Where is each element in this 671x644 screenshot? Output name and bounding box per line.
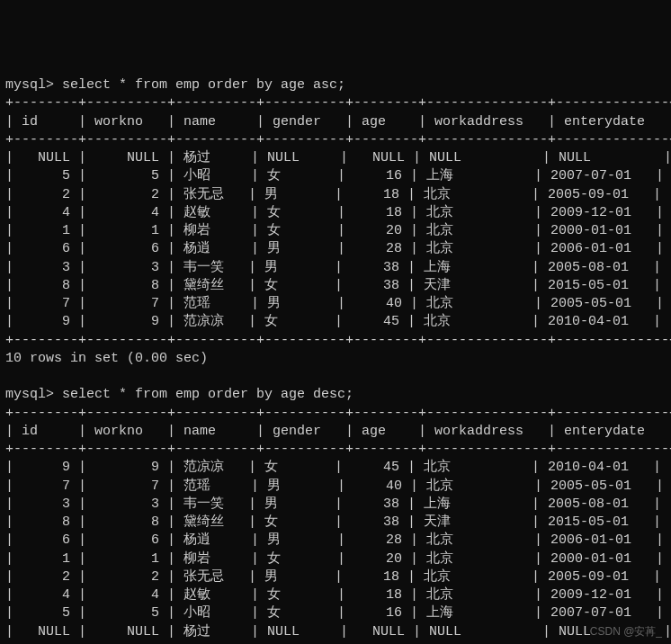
table-line: | 9 | 9 | 范凉凉 | 女 | 45 | 北京 | 2010-04-01… [5, 313, 666, 331]
table-line: | 4 | 4 | 赵敏 | 女 | 18 | 北京 | 2009-12-01 … [5, 586, 666, 604]
table-line: +--------+----------+----------+--------… [5, 441, 666, 459]
table-line: | 7 | 7 | 范瑶 | 男 | 40 | 北京 | 2005-05-01 … [5, 478, 666, 496]
table-line: | 7 | 7 | 范瑶 | 男 | 40 | 北京 | 2005-05-01 … [5, 295, 666, 313]
blank-line [5, 368, 666, 386]
table-line: +--------+----------+----------+--------… [5, 94, 666, 112]
table-line: | 1 | 1 | 柳岩 | 女 | 20 | 北京 | 2000-01-01 … [5, 550, 666, 568]
table-line: | 2 | 2 | 张无忌 | 男 | 18 | 北京 | 2005-09-01… [5, 186, 666, 204]
table-line: +--------+----------+----------+--------… [5, 131, 666, 149]
table-line: | 8 | 8 | 黛绮丝 | 女 | 38 | 天津 | 2015-05-01… [5, 514, 666, 532]
table-line: | 5 | 5 | 小昭 | 女 | 16 | 上海 | 2007-07-01 … [5, 604, 666, 622]
table-line: | 4 | 4 | 赵敏 | 女 | 18 | 北京 | 2009-12-01 … [5, 204, 666, 222]
table-line: +--------+----------+----------+--------… [5, 332, 666, 350]
table-line: | NULL | NULL | 杨过 | NULL | NULL | NULL … [5, 149, 666, 167]
table-line: | 9 | 9 | 范凉凉 | 女 | 45 | 北京 | 2010-04-01… [5, 459, 666, 477]
table-line: | NULL | NULL | 杨过 | NULL | NULL | NULL … [5, 623, 666, 641]
table-line: | 2 | 2 | 张无忌 | 男 | 18 | 北京 | 2005-09-01… [5, 568, 666, 586]
table-line: | 6 | 6 | 杨逍 | 男 | 28 | 北京 | 2006-01-01 … [5, 240, 666, 258]
sql-query-1: mysql> select * from emp order by age as… [5, 76, 666, 94]
table-line: | 5 | 5 | 小昭 | 女 | 16 | 上海 | 2007-07-01 … [5, 167, 666, 185]
table-line: | id | workno | name | gender | age | wo… [5, 423, 666, 441]
watermark: CSDN @安苒_ [590, 624, 662, 639]
terminal-output: mysql> select * from emp order by age as… [5, 76, 666, 644]
table-line: | 8 | 8 | 黛绮丝 | 女 | 38 | 天津 | 2015-05-01… [5, 277, 666, 295]
table-line: | id | workno | name | gender | age | wo… [5, 113, 666, 131]
table-line: +--------+----------+----------+--------… [5, 405, 666, 423]
table-line: | 3 | 3 | 韦一笑 | 男 | 38 | 上海 | 2005-08-01… [5, 496, 666, 514]
sql-query-2: mysql> select * from emp order by age de… [5, 386, 666, 404]
table-line: 10 rows in set (0.00 sec) [5, 350, 666, 368]
table-line: | 3 | 3 | 韦一笑 | 男 | 38 | 上海 | 2005-08-01… [5, 259, 666, 277]
table-line: | 6 | 6 | 杨逍 | 男 | 28 | 北京 | 2006-01-01 … [5, 532, 666, 550]
table-line: | 1 | 1 | 柳岩 | 女 | 20 | 北京 | 2000-01-01 … [5, 222, 666, 240]
